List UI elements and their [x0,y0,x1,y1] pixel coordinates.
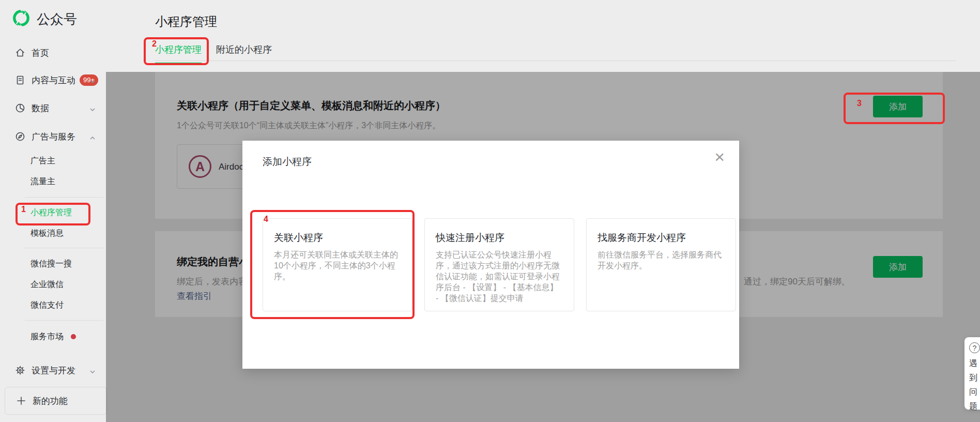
option-card-title: 快速注册小程序 [436,231,563,245]
sidebar-item-settings-dev[interactable]: 设置与开发 [0,364,106,377]
home-icon [15,48,25,58]
help-widget[interactable]: ? 遇到问题 [964,337,980,410]
brand-name: 公众号 [37,10,77,28]
step-annotation-number: 3 [857,99,862,108]
modal-title: 添加小程序 [263,155,312,169]
option-card-description: 前往微信服务平台，选择服务商代开发小程序。 [598,249,725,271]
sidebar-item-label: 微信搜一搜 [30,259,72,269]
close-icon[interactable]: × [714,148,725,165]
sidebar-item-label: 流量主 [30,176,55,187]
option-card-title: 找服务商开发小程序 [598,231,725,245]
sidebar-item-label: 广告主 [30,156,55,167]
chevron-up-icon [89,133,96,140]
step-annotation-box-2: 2 [144,37,209,65]
new-feature-button[interactable]: 新的功能 [5,387,107,415]
sidebar-item-label: 广告与服务 [32,131,75,143]
question-mark-icon: ? [969,342,980,353]
sidebar-item-content-interaction[interactable]: 内容与互动 99+ [0,73,106,87]
gear-icon [15,365,25,375]
sidebar-item-ads-services[interactable]: 广告与服务 [0,130,106,143]
option-card-quick-register[interactable]: 快速注册小程序 支持已认证公众号快速注册小程序，通过该方式注册的小程序无微信认证… [424,218,574,311]
chevron-down-icon [89,367,96,373]
new-feature-label: 新的功能 [33,395,68,407]
content-icon [15,75,25,85]
step-annotation-number: 4 [264,215,268,224]
sidebar-item-label: 数据 [32,102,49,114]
brand: 公众号 [11,8,77,30]
sidebar-item-label: 设置与开发 [32,365,75,376]
app-root: 公众号 首页 内容与互动 99+ 数据 广告与服务 [0,0,980,422]
sidebar-divider [25,320,103,321]
sidebar-item-label: 微信支付 [30,300,64,311]
step-annotation-number: 1 [21,205,26,214]
step-annotation-box-1: 1 [16,203,90,225]
sidebar-item-label: 内容与互动 [32,74,75,86]
step-annotation-box-3: 3 [844,93,945,124]
plus-icon [17,396,26,405]
step-annotation-box-4: 4 [250,210,415,319]
tab-nearby-miniprograms[interactable]: 附近的小程序 [216,43,272,64]
sidebar-item-data[interactable]: 数据 [0,101,106,115]
pie-chart-icon [15,103,25,113]
sidebar-item-home[interactable]: 首页 [0,46,106,59]
chevron-down-icon [89,77,96,83]
sidebar-divider [25,248,103,248]
notification-dot [71,334,76,339]
chevron-down-icon [89,105,96,111]
sidebar-divider [25,197,103,198]
tabs-divider [155,61,956,61]
sidebar-item-label: 模板消息 [30,228,64,239]
sidebar-item-label: 企业微信 [30,279,64,290]
help-widget-label: 遇到问题 [969,356,978,413]
wechat-official-account-logo-icon [11,8,31,30]
option-card-find-service-provider[interactable]: 找服务商开发小程序 前往微信服务平台，选择服务商代开发小程序。 [586,218,736,311]
step-annotation-number: 2 [152,39,157,49]
option-card-description: 支持已认证公众号快速注册小程序，通过该方式注册的小程序无微信认证功能，如需认证可… [436,249,563,304]
compass-icon [15,131,25,142]
page-title: 小程序管理 [155,13,217,30]
sidebar-item-label: 服务市场 [30,331,64,342]
sidebar-item-label: 首页 [32,47,49,59]
